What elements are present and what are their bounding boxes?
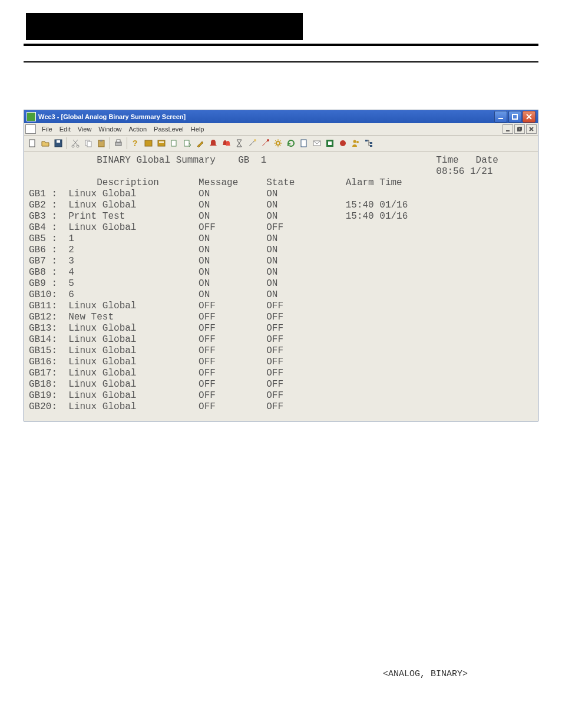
help-all-icon[interactable] <box>143 137 154 149</box>
footer-inline-text: <ANALOG, BINARY> <box>24 669 538 679</box>
svg-rect-32 <box>370 145 372 147</box>
menu-passlevel[interactable]: PassLevel <box>150 126 187 133</box>
svg-rect-17 <box>159 141 164 143</box>
mdi-system-icon[interactable] <box>25 124 36 134</box>
copy-doc-icon[interactable] <box>168 137 180 149</box>
brush-icon[interactable] <box>194 137 206 149</box>
svg-rect-30 <box>365 140 368 141</box>
paste-doc-icon[interactable] <box>181 137 193 149</box>
stop-icon[interactable] <box>324 137 336 149</box>
svg-point-29 <box>356 141 359 143</box>
app-icon <box>27 112 36 121</box>
summary-terminal: BINARY Global Summary GB 1 Time Date 08:… <box>29 155 533 413</box>
application-window: Wcc3 - [Global Analog Binary Summary Scr… <box>24 110 538 421</box>
toolbar: ? <box>24 136 538 151</box>
svg-rect-15 <box>145 140 152 146</box>
client-area: BINARY Global Summary GB 1 Time Date 08:… <box>24 151 538 421</box>
mdi-minimize-button[interactable] <box>503 124 513 134</box>
cut-icon[interactable] <box>70 137 81 149</box>
mail-icon[interactable] <box>311 137 323 149</box>
toolbar-separator <box>127 137 127 149</box>
hourglass-icon[interactable] <box>233 137 245 149</box>
menu-window[interactable]: Window <box>95 126 125 133</box>
svg-rect-23 <box>301 140 306 147</box>
menu-help[interactable]: Help <box>187 126 208 133</box>
svg-point-21 <box>267 139 269 141</box>
menubar: File Edit View Window Action PassLevel H… <box>24 123 538 136</box>
menu-view[interactable]: View <box>74 126 95 133</box>
page-subrule <box>24 61 538 62</box>
people-icon[interactable] <box>350 137 362 149</box>
wand2-icon[interactable] <box>259 137 271 149</box>
refresh-icon[interactable] <box>285 137 297 149</box>
record-icon[interactable] <box>337 137 349 149</box>
svg-rect-18 <box>171 140 176 146</box>
menu-action[interactable]: Action <box>125 126 150 133</box>
mdi-close-button[interactable] <box>526 124 537 134</box>
bell-icon[interactable] <box>207 137 219 149</box>
svg-rect-3 <box>29 140 35 147</box>
paste-icon[interactable] <box>95 137 107 149</box>
svg-rect-13 <box>117 140 120 142</box>
svg-rect-12 <box>115 142 121 146</box>
gear-icon[interactable] <box>272 137 284 149</box>
menu-edit[interactable]: Edit <box>56 126 74 133</box>
mdi-restore-button[interactable] <box>514 124 525 134</box>
svg-point-28 <box>353 140 356 143</box>
page-header-blackbox <box>26 13 303 40</box>
bells-icon[interactable] <box>220 137 232 149</box>
svg-rect-0 <box>513 114 517 119</box>
help-topic-icon[interactable] <box>156 137 167 149</box>
svg-rect-9 <box>87 141 91 147</box>
svg-text:?: ? <box>133 139 137 148</box>
window-title: Wcc3 - [Global Analog Binary Summary Scr… <box>38 113 186 120</box>
copy-icon[interactable] <box>82 137 94 149</box>
tree-icon[interactable] <box>363 137 375 149</box>
new-icon[interactable] <box>27 137 38 149</box>
svg-point-27 <box>340 140 346 146</box>
svg-rect-19 <box>184 140 189 146</box>
svg-point-22 <box>276 141 280 145</box>
svg-rect-11 <box>100 140 103 141</box>
window-minimize-button[interactable] <box>494 111 507 123</box>
window-titlebar: Wcc3 - [Global Analog Binary Summary Scr… <box>24 110 538 123</box>
page-header-rule <box>24 44 538 46</box>
svg-rect-16 <box>158 140 165 146</box>
window-close-button[interactable] <box>523 111 535 123</box>
open-icon[interactable] <box>39 137 51 149</box>
svg-rect-26 <box>328 141 332 145</box>
help-one-icon[interactable]: ? <box>130 137 141 149</box>
menu-file[interactable]: File <box>38 126 56 133</box>
toolbar-separator <box>110 137 110 149</box>
window-maximize-button[interactable] <box>508 111 521 123</box>
print-icon[interactable] <box>113 137 124 149</box>
svg-rect-5 <box>57 140 60 143</box>
svg-point-20 <box>254 139 256 141</box>
save-icon[interactable] <box>52 137 64 149</box>
wand-icon[interactable] <box>246 137 258 149</box>
toolbar-separator <box>67 137 67 149</box>
doc-icon[interactable] <box>298 137 310 149</box>
svg-rect-31 <box>370 142 372 144</box>
